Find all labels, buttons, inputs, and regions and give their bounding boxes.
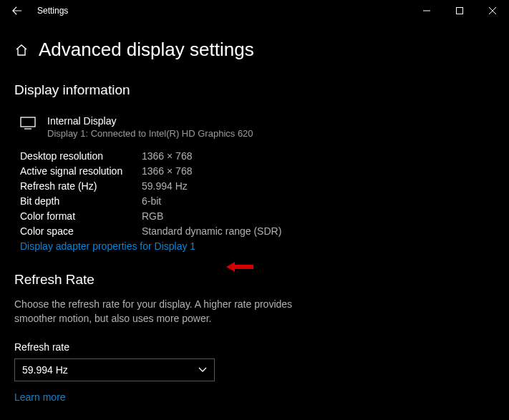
display-name: Internal Display	[47, 115, 253, 127]
refresh-rate-section: Refresh Rate Choose the refresh rate for…	[14, 272, 495, 403]
close-button[interactable]	[476, 0, 509, 21]
info-label: Bit depth	[20, 195, 142, 207]
minimize-icon	[423, 7, 430, 14]
info-row: Color space Standard dynamic range (SDR)	[14, 225, 495, 237]
info-value: RGB	[142, 210, 163, 222]
info-label: Desktop resolution	[20, 150, 142, 162]
info-row: Active signal resolution 1366 × 768	[14, 165, 495, 177]
arrow-left-icon	[12, 6, 22, 16]
info-value: 59.994 Hz	[142, 180, 188, 192]
info-row: Bit depth 6-bit	[14, 195, 495, 207]
svg-rect-1	[457, 8, 463, 14]
display-adapter-link[interactable]: Display adapter properties for Display 1	[14, 240, 495, 252]
refresh-rate-selected: 59.994 Hz	[22, 364, 68, 376]
chevron-down-icon	[198, 367, 207, 373]
maximize-button[interactable]	[443, 0, 476, 21]
close-icon	[489, 7, 496, 14]
display-connection: Display 1: Connected to Intel(R) HD Grap…	[47, 128, 253, 139]
minimize-button[interactable]	[410, 0, 443, 21]
info-label: Active signal resolution	[20, 165, 142, 177]
home-icon[interactable]	[14, 43, 29, 57]
info-label: Color space	[20, 225, 142, 237]
page-header: Advanced display settings	[14, 39, 495, 61]
maximize-icon	[456, 7, 463, 14]
refresh-rate-select[interactable]: 59.994 Hz	[14, 358, 215, 381]
refresh-rate-description: Choose the refresh rate for your display…	[14, 298, 315, 326]
info-value: 1366 × 768	[142, 165, 192, 177]
titlebar: Settings	[0, 0, 509, 21]
window-controls	[410, 0, 509, 21]
app-title: Settings	[37, 6, 68, 16]
learn-more-link[interactable]: Learn more	[14, 391, 495, 403]
back-button[interactable]	[6, 0, 29, 21]
svg-rect-2	[21, 117, 35, 127]
page-title: Advanced display settings	[39, 39, 254, 61]
refresh-rate-title: Refresh Rate	[14, 272, 495, 288]
display-identity: Internal Display Display 1: Connected to…	[14, 115, 495, 139]
info-value: 1366 × 768	[142, 150, 192, 162]
info-value: Standard dynamic range (SDR)	[142, 225, 281, 237]
info-row: Refresh rate (Hz) 59.994 Hz	[14, 180, 495, 192]
monitor-icon	[20, 115, 37, 139]
info-value: 6-bit	[142, 195, 161, 207]
info-row: Desktop resolution 1366 × 768	[14, 150, 495, 162]
info-label: Refresh rate (Hz)	[20, 180, 142, 192]
content: Advanced display settings Display inform…	[0, 21, 509, 403]
refresh-rate-label: Refresh rate	[14, 341, 495, 353]
display-info-title: Display information	[14, 82, 495, 98]
info-label: Color format	[20, 210, 142, 222]
info-row: Color format RGB	[14, 210, 495, 222]
